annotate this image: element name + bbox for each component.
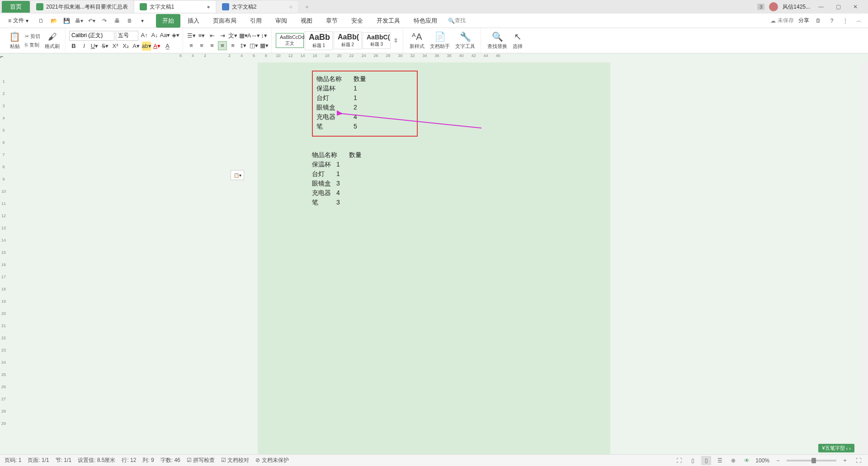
subscript-button[interactable]: X₂	[121, 42, 130, 51]
tab-page-layout[interactable]: 页面布局	[207, 14, 243, 28]
superscript-button[interactable]: X²	[111, 42, 120, 51]
borders-button[interactable]: ▦▾	[259, 41, 269, 50]
decrease-indent-button[interactable]: ⇤	[208, 31, 217, 40]
close-button[interactable]: ✕	[849, 2, 862, 11]
avatar[interactable]	[769, 2, 778, 11]
tab-dev-tools[interactable]: 开发工具	[370, 14, 406, 28]
print-preview-icon[interactable]: 🗎	[125, 16, 134, 25]
file-menu[interactable]: ≡ 文件 ▾	[5, 15, 32, 26]
document-scroll[interactable]: 📋▾ 物品名称 数量 保温杯1台灯1眼镜盒2充电器4笔5 物品名称 数量 保温杯	[7, 62, 861, 454]
notification-badge[interactable]: 3	[757, 4, 764, 10]
select-button[interactable]: ↖选择	[510, 30, 525, 51]
increase-font-icon[interactable]: A↑	[140, 31, 149, 40]
zoom-in-button[interactable]: +	[840, 456, 850, 465]
print-direct-icon[interactable]: 🖶	[113, 16, 122, 25]
print-icon[interactable]: 🖶▾	[75, 16, 84, 25]
status-page-code[interactable]: 页码: 1	[5, 456, 21, 464]
styles-more-icon[interactable]: ⇳	[391, 36, 400, 45]
qat-more-icon[interactable]: ▾	[138, 16, 147, 25]
bullets-button[interactable]: ☰▾	[187, 31, 196, 40]
align-right-button[interactable]: ≡	[208, 41, 217, 50]
clear-format-icon[interactable]: ◈▾	[171, 31, 180, 40]
status-chars[interactable]: 字数: 46	[160, 456, 180, 464]
undo-icon[interactable]: ↶▾	[87, 16, 96, 25]
reading-view-icon[interactable]: ▯	[688, 456, 698, 465]
tab-section[interactable]: 章节	[320, 14, 344, 28]
style-heading1[interactable]: AaBb 标题 1	[305, 31, 333, 50]
tab-start[interactable]: 开始	[156, 14, 180, 28]
cut-button[interactable]: ✂剪切	[23, 33, 42, 40]
decrease-font-icon[interactable]: A↓	[150, 31, 159, 40]
line-spacing-button[interactable]: ‡▾	[239, 41, 248, 50]
ruler-vertical[interactable]: 1234567891011121314151617181920212223242…	[0, 62, 7, 454]
status-proof[interactable]: ☑ 文档校对	[221, 456, 249, 464]
font-size-select[interactable]	[116, 31, 138, 41]
copy-button[interactable]: ⎘复制	[23, 41, 42, 49]
maximize-button[interactable]: ▢	[832, 2, 844, 11]
align-left-button[interactable]: ≡	[187, 41, 196, 50]
style-heading3[interactable]: AaBbC( 标题 3	[363, 32, 391, 49]
paste-button[interactable]: 📋 粘贴	[6, 30, 23, 51]
status-protect[interactable]: ⊘ 文档未保护	[255, 456, 288, 464]
ruler-horizontal[interactable]: 6422468101214161820222426283032343638404…	[7, 53, 868, 62]
web-layout-icon[interactable]: ⊕	[728, 456, 738, 465]
zoom-out-button[interactable]: −	[773, 456, 783, 465]
tab-doc-3[interactable]: 文字文稿2 ○	[217, 1, 298, 13]
underline-button[interactable]: U▾	[90, 42, 99, 51]
calendar-icon[interactable]: 🗓	[814, 16, 823, 25]
paste-options-button[interactable]: 📋▾	[231, 170, 244, 180]
text-effects-button[interactable]: A▾	[132, 42, 141, 51]
ime-indicator[interactable]: ¥五笔字型 ‹ ›	[818, 444, 854, 452]
open-icon[interactable]: 📂	[49, 16, 58, 25]
italic-button[interactable]: I	[80, 42, 89, 51]
tab-insert[interactable]: 插入	[181, 14, 206, 28]
tab-special[interactable]: 特色应用	[407, 14, 443, 28]
status-position[interactable]: 设置值: 8.5厘米	[78, 456, 115, 464]
status-page[interactable]: 页面: 1/1	[28, 456, 49, 464]
redo-icon[interactable]: ↷	[100, 16, 109, 25]
help-icon[interactable]: ?	[827, 16, 836, 25]
find-replace-button[interactable]: 🔍查找替换	[485, 30, 510, 51]
tab-view[interactable]: 视图	[294, 14, 319, 28]
share-button[interactable]: 分享	[798, 17, 809, 24]
status-section[interactable]: 节: 1/1	[56, 456, 71, 464]
align-distribute-button[interactable]: A↔▾	[249, 31, 258, 40]
align-justify-button[interactable]: ≡	[218, 41, 227, 50]
tab-doc-2[interactable]: 文字文稿1 ●	[134, 1, 216, 13]
shading-button[interactable]: A̲	[163, 42, 172, 51]
zoom-thumb[interactable]	[811, 458, 816, 463]
fit-page-icon[interactable]: ⛶	[854, 456, 863, 465]
text-tools-button[interactable]: 🔧文字工具	[453, 30, 478, 51]
style-normal[interactable]: AaBbCcDd 正文	[276, 33, 304, 48]
cloud-status[interactable]: ☁ 未保存	[770, 17, 794, 24]
status-row[interactable]: 行: 12	[122, 456, 136, 464]
minimize-button[interactable]: —	[815, 2, 827, 11]
align-center-button[interactable]: ≡	[197, 41, 206, 50]
page[interactable]: 📋▾ 物品名称 数量 保温杯1台灯1眼镜盒2充电器4笔5 物品名称 数量 保温杯	[258, 62, 610, 454]
scrollbar-vertical[interactable]	[861, 62, 868, 454]
search-box[interactable]: 🔍 查找	[448, 17, 466, 24]
change-case-icon[interactable]: Aa▾	[160, 31, 170, 40]
align-distribute2-button[interactable]: ≡	[228, 41, 237, 50]
collapse-ribbon-icon[interactable]: ⋮	[841, 16, 850, 25]
chevron-up-icon[interactable]: ︿	[854, 16, 863, 25]
status-col[interactable]: 列: 9	[142, 456, 154, 464]
tab-add-button[interactable]: ＋	[302, 1, 312, 12]
text-direction-button[interactable]: 文▾	[228, 31, 237, 40]
numbering-button[interactable]: ≡▾	[197, 31, 206, 40]
tab-review[interactable]: 审阅	[269, 14, 293, 28]
tab-references[interactable]: 引用	[244, 14, 268, 28]
doc-helper-button[interactable]: 📄文档助手	[427, 30, 453, 51]
font-select[interactable]	[69, 31, 114, 41]
shading2-button[interactable]: ◫▾	[249, 41, 258, 50]
tab-security[interactable]: 安全	[345, 14, 369, 28]
sort-button[interactable]: ↕▾	[259, 31, 269, 40]
status-spell[interactable]: ☑ 拼写检查	[187, 456, 215, 464]
highlight-button[interactable]: ab▾	[142, 42, 151, 51]
new-style-button[interactable]: ᴬA新样式	[407, 30, 427, 51]
font-color-button[interactable]: A▾	[152, 42, 161, 51]
print-layout-icon[interactable]: ▯	[701, 456, 711, 465]
style-heading2[interactable]: AaBb( 标题 2	[334, 32, 362, 49]
tab-home[interactable]: 首页	[2, 1, 30, 13]
tab-doc-1[interactable]: 2021年拟来湘...考科目要求汇总表	[31, 1, 133, 13]
